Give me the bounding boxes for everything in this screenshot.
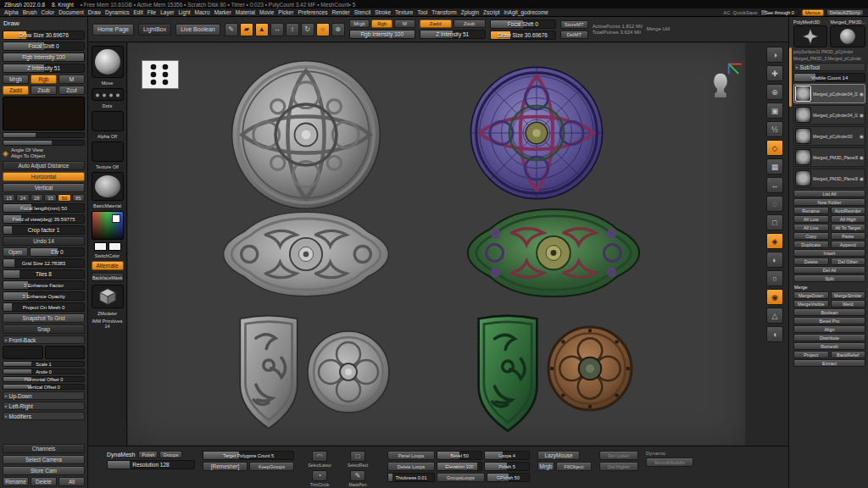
texture-thumbnail[interactable] — [92, 141, 124, 162]
rgb-button[interactable]: Rgb — [371, 19, 392, 28]
keep-groups-button[interactable]: KeepGroups — [249, 462, 294, 471]
stroke-thumbnail[interactable] — [92, 88, 124, 101]
brush-thumbnail[interactable] — [92, 46, 124, 78]
undo-counter[interactable]: Undo 14 — [3, 236, 85, 246]
target-polygons-slider[interactable]: Target Polygons Count 5 — [203, 451, 294, 460]
menu-item[interactable]: Movie — [259, 9, 274, 15]
backface-mask-button[interactable]: BackfaceMask — [92, 273, 124, 282]
subtool-action-button[interactable]: Align — [793, 325, 865, 333]
front-back-slider[interactable]: Horizontal Offset 0 — [3, 376, 85, 382]
elv-slider[interactable]: Elv 0 — [30, 247, 85, 257]
shelf-icon[interactable]: ✚ — [766, 65, 783, 81]
subtool-action-button[interactable]: Merge — [793, 283, 865, 291]
del-higher-button[interactable]: Del Higher — [599, 462, 638, 471]
focal-shift-slider[interactable]: Focal Shift 0 — [490, 19, 556, 29]
menus-button[interactable]: Menus — [802, 9, 824, 16]
focal-preset-button[interactable]: 24 — [16, 194, 29, 202]
swatch-mini-slider-1[interactable] — [3, 132, 85, 138]
menu-item[interactable]: Preferences — [298, 9, 327, 15]
merge-util-label[interactable]: Merge Util — [647, 26, 670, 32]
channels-button[interactable]: Channels — [3, 444, 85, 453]
del-lower-button[interactable]: Del Lower — [599, 451, 638, 460]
m-button[interactable]: M — [394, 19, 415, 28]
menu-item[interactable]: Light — [178, 9, 190, 15]
subtool-item[interactable]: Merged_PM3D_Plane3D8 ◉ — [793, 169, 865, 188]
subtool-action-button[interactable]: All To Target — [831, 224, 866, 231]
enhance-opacity-slider[interactable]: 3 Enhance Opacity — [3, 291, 85, 301]
zsub-button[interactable]: Zsub — [453, 19, 486, 28]
focal-shift-slider-panel[interactable]: Focal Shift 0 — [3, 42, 85, 51]
lazy-mouse-button[interactable]: LazyMouse — [537, 451, 580, 460]
front-map-thumbnail[interactable] — [3, 346, 43, 359]
alternate-button[interactable]: Alternate — [92, 261, 124, 270]
subtool-action-button[interactable]: Copy — [793, 232, 829, 240]
subtool-thumbnail[interactable] — [795, 128, 811, 144]
visible-count-slider[interactable]: Visible Count 14 — [793, 73, 865, 82]
zsub-button-panel[interactable]: Zsub — [31, 86, 57, 95]
subtool-action-button[interactable]: Delete — [793, 258, 829, 265]
bottom-tool-button[interactable]: ✎ MaskPen — [340, 470, 376, 487]
subtool-item[interactable]: Merged_pCylinder34_01 ◉ — [793, 84, 865, 103]
swatch-mini-slider-2[interactable] — [3, 140, 85, 146]
cam-delete-button[interactable]: Delete — [31, 477, 57, 486]
subtool-action-button[interactable]: BackRelief — [831, 351, 866, 358]
home-page-button[interactable]: Home Page — [92, 24, 134, 36]
zcut-button-panel[interactable]: Zcut — [58, 86, 85, 95]
tool-palette-scrollbar[interactable] — [789, 47, 792, 107]
subtool-action-button[interactable]: Remesh — [793, 342, 865, 350]
shelf-icon[interactable]: ▦ — [766, 158, 783, 175]
subtool-action-button[interactable]: MergeSimilar — [831, 291, 866, 299]
select-camera-button[interactable]: Select Camera — [3, 455, 85, 464]
ac-label[interactable]: AC — [723, 10, 730, 15]
back-map-thumbnail[interactable] — [45, 346, 86, 359]
remesher-button[interactable]: [Remesher] — [203, 462, 248, 471]
shelf-icon[interactable]: ◈ — [766, 233, 783, 249]
visibility-eye-icon[interactable]: ◉ — [860, 133, 864, 139]
subtool-action-button[interactable]: Boolean — [793, 308, 865, 316]
subtool-action-button[interactable]: Insert — [793, 249, 865, 257]
front-back-section[interactable]: Front-Back — [3, 336, 85, 344]
color-swatch[interactable] — [3, 97, 85, 130]
default-zscript-button[interactable]: DefaultZScrip — [826, 9, 864, 16]
shelf-icon[interactable]: ◇ — [766, 140, 783, 156]
dynamic-label[interactable]: Dynamic — [646, 451, 693, 456]
resolution-slider[interactable]: Resolution 128 — [107, 460, 195, 469]
menu-item[interactable]: Stencil — [354, 9, 371, 15]
panel-loops-button[interactable]: Panel Loops — [387, 451, 435, 460]
color-picker[interactable] — [92, 211, 124, 240]
subtool-action-button[interactable]: AutoReorder — [831, 207, 866, 214]
visibility-eye-icon[interactable]: ◉ — [860, 154, 864, 160]
focal-preset-button[interactable]: 50 — [58, 194, 70, 202]
del-mt-button[interactable]: DelMT — [560, 30, 588, 39]
tool-slot-merged[interactable] — [830, 25, 865, 47]
menu-item[interactable]: Material — [236, 9, 255, 15]
modifiers-section[interactable]: Modifiers — [3, 412, 85, 420]
shelf-icon[interactable]: ◑ — [766, 47, 783, 63]
camera-head-icon[interactable] — [711, 72, 730, 99]
menu-item[interactable]: Zplugin — [461, 9, 479, 15]
menu-item[interactable]: Transform — [431, 9, 456, 15]
subtool-action-button[interactable]: Split — [793, 274, 865, 282]
draw-size-slider[interactable]: Draw Size 30.69676 — [3, 30, 85, 40]
menu-item[interactable]: Macro — [195, 9, 210, 15]
elevation-slider[interactable]: Elevation 100 — [437, 462, 482, 471]
shelf-icon[interactable]: ⊕ — [331, 23, 345, 36]
bevel-slider[interactable]: Bevel 50 — [437, 451, 482, 460]
z-intensity-slider-panel[interactable]: Z Intensity 51 — [3, 64, 85, 73]
live-boolean-button[interactable]: Live Boolean — [175, 24, 220, 36]
bottom-tool-button[interactable]: ◠ SelectLasso — [302, 451, 337, 468]
snap-button[interactable]: Snap — [3, 324, 85, 334]
shelf-icon[interactable]: ◖ — [766, 326, 783, 342]
menu-item[interactable]: Tool — [417, 9, 427, 15]
document-canvas[interactable] — [127, 42, 746, 446]
subtool-action-button[interactable]: Append — [831, 241, 866, 248]
focal-preset-button[interactable]: 35 — [44, 194, 57, 202]
field-of-view-slider[interactable]: Field of view(deg) 39.59775 — [3, 214, 85, 224]
cam-all-button[interactable]: All — [58, 477, 85, 486]
shield-sculpt-gray[interactable] — [235, 313, 303, 433]
m-button-panel[interactable]: M — [58, 75, 85, 84]
menu-item[interactable]: Edit — [134, 9, 143, 15]
loops-slider[interactable]: Loops 4 — [484, 451, 530, 460]
subtool-thumbnail[interactable] — [795, 86, 811, 102]
auto-adjust-distance-button[interactable]: Auto Adjust Distance — [3, 161, 85, 170]
